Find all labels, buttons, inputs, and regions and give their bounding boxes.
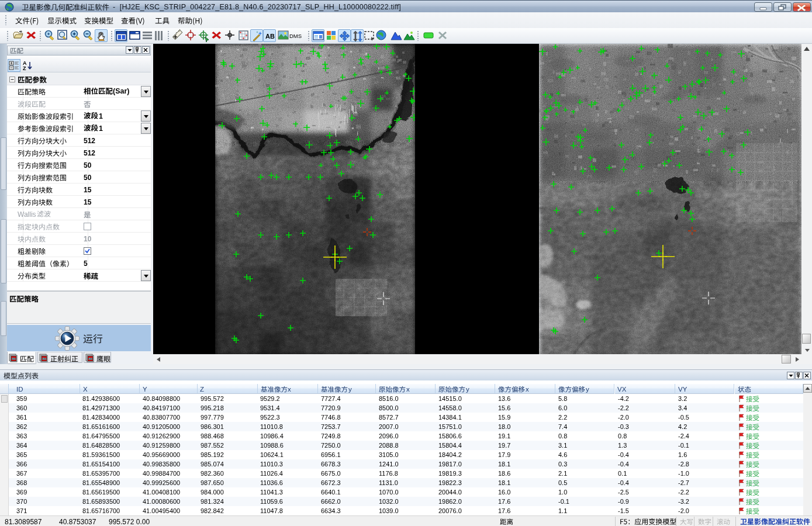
svg-text:Z: Z	[23, 65, 26, 71]
svg-text:DMS: DMS	[289, 33, 302, 39]
svg-text:AB: AB	[265, 33, 275, 40]
